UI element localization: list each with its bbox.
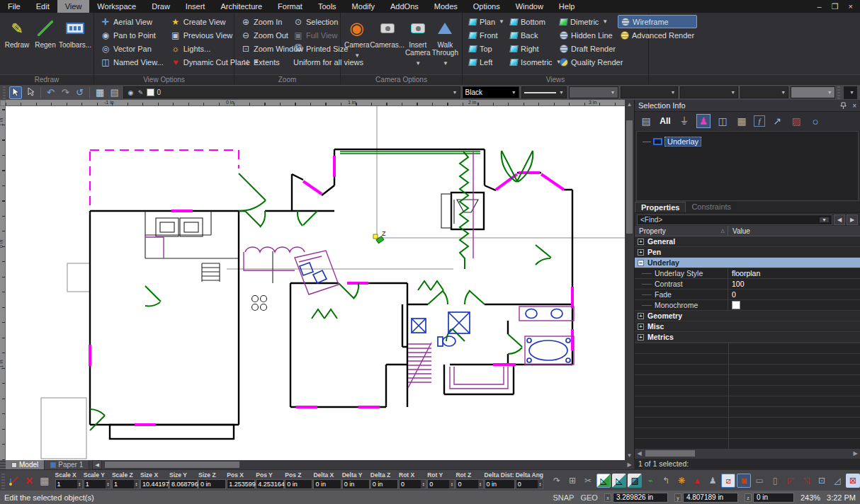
style-combo[interactable]: ▼: [680, 86, 738, 98]
scale-y-input[interactable]: 1▲▼: [84, 479, 111, 489]
selection-filter-icon[interactable]: ▨: [789, 114, 803, 128]
z-coordinate-field[interactable]: 0 in: [753, 493, 794, 503]
scroll-right-icon[interactable]: ▶: [851, 450, 860, 457]
regen-button[interactable]: Regen: [32, 15, 59, 70]
menu-format[interactable]: Format: [270, 0, 310, 13]
delta-z-input[interactable]: 0 in: [370, 479, 398, 489]
lamp-filter-icon[interactable]: ⏚: [677, 114, 691, 128]
pos-y-input[interactable]: 4.253164: [256, 479, 284, 489]
x-coordinate-field[interactable]: 3.289826 in: [613, 493, 668, 503]
scroll-right-icon[interactable]: ▶: [625, 460, 634, 469]
properties-dialog-icon[interactable]: ▤: [639, 114, 653, 128]
vertical-ruler[interactable]: 1 in 0 in -1 in: [0, 106, 6, 460]
ruler-corner[interactable]: [0, 100, 6, 106]
spinner[interactable]: ▲▼: [77, 480, 82, 488]
pan-to-point-button[interactable]: ◉Pan to Point: [98, 28, 166, 42]
find-combo[interactable]: <Find> ▼: [637, 214, 832, 225]
magnifier-icon[interactable]: ○: [808, 114, 822, 128]
coordinate-system-button[interactable]: [6, 473, 22, 488]
pen-style-combo[interactable]: ◉ ✎ 0 ▼: [123, 86, 460, 98]
select-tool-button[interactable]: [9, 86, 22, 99]
scale-x-input[interactable]: 1▲▼: [55, 479, 83, 489]
front-view-button[interactable]: Front: [466, 28, 506, 42]
copy-properties-icon[interactable]: ◫: [715, 114, 730, 128]
monochrome-checkbox[interactable]: [732, 301, 740, 309]
tab-model[interactable]: Model: [6, 460, 45, 469]
toolbar-grip[interactable]: [1, 472, 5, 489]
property-row-underlay-style[interactable]: Underlay Style floorplan: [635, 268, 860, 279]
highlight-selection-icon[interactable]: ♟: [696, 114, 711, 128]
pos-z-input[interactable]: 0 in: [285, 479, 312, 489]
right-view-button[interactable]: Right: [507, 42, 555, 55]
spinner[interactable]: ▲▼: [421, 480, 426, 488]
menu-addons[interactable]: AddOns: [383, 0, 426, 13]
repeat-button[interactable]: ↺: [74, 86, 86, 99]
quality-render-button[interactable]: Quality Render: [557, 55, 616, 69]
minimize-icon[interactable]: –: [817, 2, 822, 11]
redo-button[interactable]: ↷: [59, 86, 72, 99]
selection-info-titlebar[interactable]: Selection Info ×: [635, 100, 860, 112]
named-view-button[interactable]: ◫Named View...: [98, 55, 166, 69]
find-prev-button[interactable]: ◀: [834, 214, 845, 225]
scroll-left-icon[interactable]: ◀: [635, 450, 644, 457]
menu-view[interactable]: View: [57, 0, 90, 13]
warning-snap-icon[interactable]: ▲: [690, 474, 704, 488]
menu-help[interactable]: Help: [551, 0, 583, 13]
left-view-button[interactable]: Left: [466, 55, 506, 69]
rot-z-input[interactable]: 0▲▼: [456, 479, 483, 489]
toolbars-button[interactable]: Toolbars...: [60, 15, 90, 70]
expand-icon[interactable]: +: [638, 239, 644, 245]
degrade-render-icon[interactable]: ✂: [581, 474, 595, 488]
size-z-input[interactable]: 0 in: [198, 479, 226, 489]
rot-x-input[interactable]: 0▲▼: [399, 479, 426, 489]
user-snap-icon[interactable]: ♟: [706, 474, 720, 488]
delta-x-input[interactable]: 0 in: [313, 479, 341, 489]
model-canvas[interactable]: Z: [6, 106, 625, 460]
floorplan-drawing[interactable]: Z: [6, 106, 625, 460]
isometric-view-button[interactable]: Isometric▼: [507, 55, 555, 69]
ortho-mode-icon[interactable]: ↷: [550, 474, 564, 488]
cancel-edit-button[interactable]: ✕: [21, 473, 37, 488]
scrollbar-thumb[interactable]: [105, 462, 239, 468]
property-category-geometry[interactable]: +Geometry: [635, 311, 860, 321]
scale-z-input[interactable]: 1▲▼: [112, 479, 140, 489]
horizontal-ruler[interactable]: -1 in 0 in 1 in 2 in 3 in: [6, 100, 625, 106]
vector-pan-button[interactable]: ◎Vector Pan: [98, 42, 166, 55]
tree-item-underlay[interactable]: Underlay: [643, 137, 701, 147]
delta-dist-input[interactable]: 0 in: [485, 479, 515, 489]
hatch-combo[interactable]: ▼: [791, 86, 835, 98]
pattern-combo[interactable]: ▼: [569, 86, 618, 98]
rot-y-input[interactable]: 0▲▼: [427, 479, 455, 489]
tangent-snap-icon[interactable]: ◿: [830, 474, 844, 488]
property-category-pen[interactable]: +Pen: [635, 247, 860, 258]
property-category-underlay[interactable]: −Underlay: [635, 258, 860, 268]
select-crossing-mode-icon[interactable]: ⌁: [643, 474, 657, 488]
menu-edit[interactable]: Edit: [28, 0, 57, 13]
menu-file[interactable]: File: [0, 0, 28, 13]
color-combo[interactable]: Black ▼: [463, 86, 519, 98]
zoom-window-button[interactable]: ⊡Zoom Window: [238, 42, 289, 55]
color-by-layer-icon[interactable]: ❋: [674, 474, 689, 488]
menu-draw[interactable]: Draw: [144, 0, 178, 13]
expand-icon[interactable]: +: [638, 323, 644, 330]
intersection-snap-icon[interactable]: ◹: [799, 474, 813, 488]
find-next-button[interactable]: ▶: [847, 214, 858, 225]
quadrant-snap-icon[interactable]: ⊠: [846, 474, 860, 488]
cameras-button[interactable]: Cameras...: [371, 15, 404, 70]
insert-camera-button[interactable]: Insert Camera▼: [405, 15, 431, 70]
back-view-button[interactable]: Back: [507, 28, 555, 42]
snap-aperture-icon[interactable]: ⊞: [565, 474, 579, 488]
zoom-percent[interactable]: 243%: [800, 493, 820, 502]
measure-icon[interactable]: ↗: [770, 114, 784, 128]
geo-toggle[interactable]: GEO: [580, 493, 597, 502]
expand-icon[interactable]: +: [638, 334, 644, 340]
property-row-monochrome[interactable]: Monochrome: [635, 300, 860, 311]
expand-icon[interactable]: +: [638, 313, 644, 319]
menu-options[interactable]: Options: [465, 0, 508, 13]
toolbar-grip[interactable]: [3, 86, 6, 99]
undo-button[interactable]: ↶: [45, 86, 57, 99]
delta-ang-input[interactable]: 0▲▼: [516, 479, 543, 489]
zoom-out-button[interactable]: ⊖Zoom Out: [238, 28, 289, 42]
draft-render-button[interactable]: Draft Render: [557, 42, 616, 55]
restore-icon[interactable]: ❐: [832, 2, 839, 11]
